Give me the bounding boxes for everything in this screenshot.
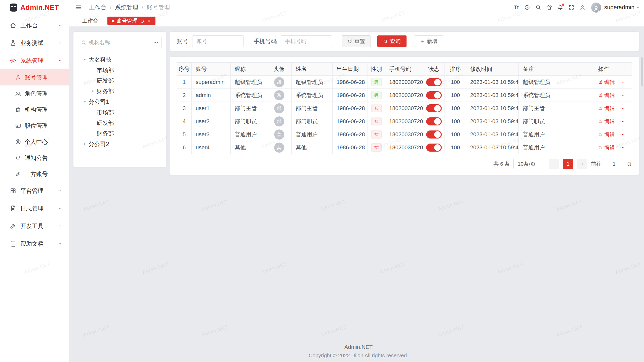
tree-caret-icon[interactable] [81, 141, 89, 147]
cell-remark: 部门主管 [519, 102, 594, 115]
chevdown-icon [58, 206, 62, 211]
column-header: 出生日期 [333, 63, 368, 76]
sidebar-item-flask[interactable]: 业务测试 [0, 34, 69, 52]
next-page-button[interactable] [577, 159, 587, 169]
sidebar-subitem-user[interactable]: 账号管理 [0, 69, 69, 85]
sidebar-subitem-profile[interactable]: 个人中心 [0, 134, 69, 150]
sidebar-subitem-idcard[interactable]: 职位管理 [0, 118, 69, 134]
tree-node[interactable]: 财务部 [78, 128, 162, 139]
sidebar-subitem-role[interactable]: 角色管理 [0, 85, 69, 102]
sidebar-item-grid[interactable]: 平台管理 [0, 182, 69, 200]
breadcrumb-item[interactable]: 系统管理 [115, 4, 138, 11]
row-more-button[interactable] [620, 80, 625, 85]
sidebar-item-log[interactable]: 日志管理 [0, 200, 69, 217]
tab-close-button[interactable] [147, 19, 151, 23]
sidebar-item-book[interactable]: 帮助文档 [0, 235, 69, 252]
search-icon [383, 39, 388, 44]
sidebar-subitem-link[interactable]: 三方账号 [0, 166, 69, 182]
menu-collapse-button[interactable] [75, 4, 82, 11]
tree-caret-icon[interactable] [89, 88, 97, 94]
logo[interactable]: Admin.NET [0, 0, 69, 15]
profile-shortcut-button[interactable] [577, 0, 588, 15]
breadcrumb-item[interactable]: 工作台 [89, 4, 106, 11]
idcard-icon [15, 123, 21, 129]
tree-node[interactable]: 分公司1 [78, 97, 162, 107]
tab-1-active[interactable]: 账号管理 [107, 17, 155, 25]
sidebar-item-label: 系统管理 [20, 57, 44, 65]
tree-node[interactable]: 研发部 [78, 118, 162, 128]
edit-button[interactable]: 编辑 [598, 131, 615, 138]
tree-node[interactable]: 研发部 [78, 75, 162, 86]
tree-node-label: 大名科技 [89, 56, 112, 64]
cell-account: superadmin [192, 76, 231, 89]
chevron-down-icon [636, 5, 640, 10]
logo-icon [10, 4, 17, 12]
sidebar-item-tools[interactable]: 开发工具 [0, 217, 69, 235]
status-toggle[interactable] [426, 104, 442, 112]
status-toggle[interactable] [426, 130, 442, 139]
edit-button[interactable]: 编辑 [598, 105, 615, 112]
table-row: 3user1部门主管部部门主管1986-06-28女18020030720100… [177, 102, 632, 115]
tree-node[interactable]: 分公司2 [78, 139, 162, 149]
username[interactable]: superadmin [604, 4, 634, 11]
scrollbar-thumb[interactable] [641, 57, 643, 86]
content: 大名科技市场部研发部财务部分公司1市场部研发部财务部分公司2 账号 手机号码 重… [69, 27, 644, 362]
goto-page-input[interactable] [605, 159, 623, 169]
query-button-label: 查询 [390, 38, 401, 45]
prev-page-button[interactable] [549, 159, 559, 169]
edit-button[interactable]: 编辑 [598, 118, 615, 125]
tab-active-dot [112, 20, 114, 22]
edit-button[interactable]: 编辑 [598, 92, 615, 99]
font-size-button[interactable]: Tt [511, 0, 522, 15]
org-more-button[interactable] [150, 37, 162, 48]
cell-order: 100 [445, 102, 466, 115]
status-toggle[interactable] [426, 144, 442, 152]
cell-birth: 1986-06-28 [333, 102, 368, 115]
tab-refresh-button[interactable] [140, 19, 144, 23]
cell-phone: 18020030720 [385, 102, 423, 115]
layout-config-button[interactable] [522, 0, 533, 15]
header-search-button[interactable] [533, 0, 544, 15]
account-input[interactable] [192, 35, 244, 47]
row-more-button[interactable] [620, 93, 625, 98]
fullscreen-button[interactable] [566, 0, 577, 15]
cell-status [423, 115, 445, 128]
sidebar-subitem-bell[interactable]: 通知公告 [0, 150, 69, 166]
main-area: 工作台/系统管理/账号管理 Tt superadmin 工作台账号管理 [69, 0, 644, 362]
tree-node[interactable]: 市场部 [78, 65, 162, 75]
breadcrumb-item[interactable]: 账号管理 [147, 4, 170, 11]
avatar[interactable] [591, 3, 601, 13]
tree-node[interactable]: 市场部 [78, 107, 162, 118]
sidebar-item-gear[interactable]: 系统管理 [0, 52, 69, 69]
sidebar-subitem-org[interactable]: 机构管理 [0, 102, 69, 118]
row-more-button[interactable] [620, 145, 625, 150]
cell-avatar: 超 [267, 76, 292, 89]
status-toggle[interactable] [426, 117, 442, 125]
notification-button[interactable] [555, 0, 566, 15]
reset-button[interactable]: 重置 [342, 35, 371, 47]
row-more-button[interactable] [620, 106, 625, 111]
search-icon [535, 5, 541, 10]
row-more-button[interactable] [620, 132, 625, 137]
sidebar-item-home[interactable]: 工作台 [0, 17, 69, 34]
caret-placeholder [89, 120, 97, 126]
theme-skin-button[interactable] [544, 0, 555, 15]
tree-node[interactable]: 大名科技 [78, 54, 162, 65]
cell-gender: 女 [368, 115, 385, 128]
query-submit-button[interactable]: 查询 [377, 35, 407, 47]
page-number-button[interactable]: 1 [563, 159, 573, 169]
page-size-select[interactable]: 10条/页 [513, 159, 545, 169]
org-search-input[interactable] [78, 37, 147, 48]
status-toggle[interactable] [426, 91, 442, 99]
tree-node[interactable]: 财务部 [78, 86, 162, 97]
row-more-button[interactable] [620, 119, 625, 124]
tab-0[interactable]: 工作台 [76, 17, 104, 25]
add-button[interactable]: 新增 [414, 35, 443, 47]
tree-caret-icon[interactable] [81, 57, 89, 63]
tree-caret-icon[interactable] [81, 99, 89, 105]
phone-input[interactable] [281, 35, 332, 47]
status-toggle[interactable] [426, 78, 442, 86]
gender-badge: 男 [371, 91, 382, 99]
edit-button[interactable]: 编辑 [598, 79, 615, 86]
edit-button[interactable]: 编辑 [598, 144, 615, 151]
